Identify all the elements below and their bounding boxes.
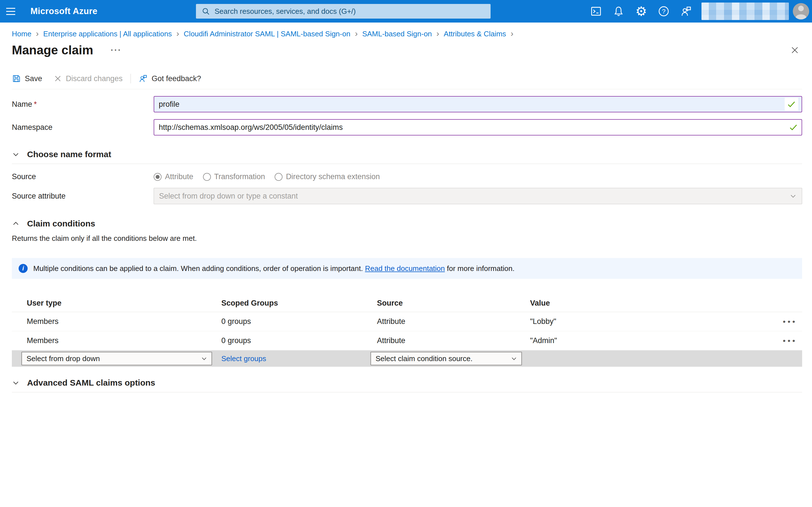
radio-unselected-icon — [203, 173, 211, 181]
bell-icon — [613, 5, 624, 17]
save-icon — [12, 74, 21, 83]
discard-label: Discard changes — [66, 74, 123, 83]
table-header-row: User type Scoped Groups Source Value — [12, 295, 802, 312]
col-header-source: Source — [377, 299, 530, 307]
chevron-down-icon — [12, 151, 20, 158]
cell-source: Attribute — [377, 317, 530, 326]
claim-condition-source-placeholder: Select claim condition source. — [375, 354, 472, 363]
col-header-value: Value — [530, 299, 771, 307]
chevron-down-icon — [790, 192, 797, 200]
advanced-saml-options-toggle[interactable]: Advanced SAML claims options — [12, 378, 802, 388]
feedback-person-icon — [680, 5, 692, 17]
cell-scoped-groups: 0 groups — [221, 336, 377, 345]
product-title: Microsoft Azure — [31, 6, 98, 16]
discard-changes-button[interactable]: Discard changes — [54, 74, 123, 83]
banner-text: Multiple conditions can be applied to a … — [33, 264, 363, 273]
search-placeholder: Search resources, services, and docs (G+… — [214, 7, 356, 16]
col-header-scoped-groups: Scoped Groups — [221, 299, 377, 307]
hamburger-menu-icon[interactable] — [0, 0, 21, 22]
breadcrumb-home[interactable]: Home — [12, 29, 43, 38]
name-value: profile — [159, 100, 784, 109]
save-button[interactable]: Save — [12, 74, 42, 83]
help-button[interactable]: ? — [652, 0, 675, 22]
radio-directory-schema-extension[interactable]: Directory schema extension — [274, 172, 380, 181]
info-icon: i — [18, 264, 28, 273]
claim-condition-source-select[interactable]: Select claim condition source. — [370, 352, 522, 365]
claim-conditions-section-toggle[interactable]: Claim conditions — [12, 219, 802, 228]
account-info-redacted[interactable] — [702, 3, 789, 20]
chevron-down-icon — [201, 355, 207, 362]
gear-icon: ⚙ — [635, 5, 647, 18]
source-field-label: Source — [12, 172, 154, 181]
namespace-value: http://schemas.xmlsoap.org/ws/2005/05/id… — [159, 123, 789, 132]
cloud-shell-icon — [590, 5, 602, 17]
breadcrumb-enterprise-applications[interactable]: Enterprise applications | All applicatio… — [43, 29, 184, 38]
chevron-down-icon — [511, 355, 517, 362]
radio-transformation[interactable]: Transformation — [203, 172, 265, 181]
close-button[interactable] — [788, 43, 802, 57]
name-input[interactable]: profile — [154, 96, 802, 112]
row-more-button[interactable] — [783, 317, 802, 326]
table-row: Members 0 groups Attribute "Lobby" — [12, 312, 802, 331]
cell-source: Attribute — [377, 336, 530, 345]
claim-conditions-label: Claim conditions — [27, 219, 95, 228]
claim-conditions-description: Returns the claim only if all the condit… — [12, 234, 802, 243]
radio-attribute[interactable]: Attribute — [154, 172, 193, 181]
row-more-button[interactable] — [783, 336, 802, 345]
breadcrumb: Home Enterprise applications | All appli… — [12, 22, 802, 38]
global-search-input[interactable]: Search resources, services, and docs (G+… — [196, 4, 491, 18]
chevron-down-icon — [12, 379, 20, 387]
chevron-up-icon — [12, 220, 20, 228]
close-icon — [790, 45, 800, 55]
toolbar-divider — [131, 74, 131, 83]
new-condition-row: Select from drop down Select groups Sele… — [12, 350, 802, 367]
divider — [12, 164, 802, 164]
cell-value: "Admin" — [530, 336, 771, 345]
save-label: Save — [25, 74, 42, 83]
page-title: Manage claim — [12, 43, 93, 57]
choose-name-format-section-toggle[interactable]: Choose name format — [12, 150, 802, 159]
user-type-select[interactable]: Select from drop down — [21, 352, 212, 365]
divider — [12, 392, 802, 392]
choose-name-format-label: Choose name format — [27, 150, 111, 159]
claim-conditions-table: User type Scoped Groups Source Value Mem… — [12, 295, 802, 367]
namespace-valid-check-icon — [789, 122, 798, 132]
namespace-input[interactable]: http://schemas.xmlsoap.org/ws/2005/05/id… — [154, 119, 802, 135]
info-banner: i Multiple conditions can be applied to … — [12, 258, 802, 279]
name-valid-check-icon — [784, 98, 798, 111]
source-attribute-placeholder: Select from drop down or type a constant — [159, 192, 298, 201]
notifications-button[interactable] — [607, 0, 630, 22]
got-feedback-button[interactable]: Got feedback? — [139, 74, 201, 83]
select-groups-link[interactable]: Select groups — [221, 354, 266, 363]
source-radio-group: Attribute Transformation Directory schem… — [154, 172, 380, 181]
settings-button[interactable]: ⚙ — [630, 0, 652, 22]
cell-value: "Lobby" — [530, 317, 771, 326]
breadcrumb-app-saml-signon[interactable]: Cloudifi Administrator SAML | SAML-based… — [184, 29, 362, 38]
source-attribute-dropdown[interactable]: Select from drop down or type a constant — [154, 188, 802, 204]
feedback-button[interactable] — [675, 0, 698, 22]
radio-unselected-icon — [274, 173, 283, 181]
advanced-saml-options-label: Advanced SAML claims options — [27, 378, 155, 388]
avatar[interactable] — [793, 3, 809, 19]
banner-text-after: for more information. — [447, 264, 515, 273]
radio-selected-icon — [154, 173, 161, 181]
name-field-label: Name* — [12, 100, 154, 109]
azure-top-bar: Microsoft Azure Search resources, servic… — [0, 0, 812, 22]
help-icon: ? — [658, 5, 670, 17]
cell-scoped-groups: 0 groups — [221, 317, 377, 326]
cloud-shell-button[interactable] — [585, 0, 607, 22]
more-options-icon[interactable] — [111, 45, 122, 55]
source-attribute-label: Source attribute — [12, 192, 154, 201]
breadcrumb-saml-based-signon[interactable]: SAML-based Sign-on — [362, 29, 444, 38]
breadcrumb-attributes-claims[interactable]: Attributes & Claims — [444, 29, 518, 38]
table-row: Members 0 groups Attribute "Admin" — [12, 331, 802, 350]
feedback-label: Got feedback? — [152, 74, 201, 83]
user-type-select-placeholder: Select from drop down — [27, 354, 100, 363]
namespace-field-label: Namespace — [12, 123, 154, 132]
cell-user-type: Members — [12, 336, 221, 345]
col-header-user-type: User type — [12, 299, 221, 307]
read-documentation-link[interactable]: Read the documentation — [365, 264, 445, 273]
feedback-icon — [139, 74, 148, 83]
svg-text:?: ? — [662, 8, 666, 15]
cell-user-type: Members — [12, 317, 221, 326]
